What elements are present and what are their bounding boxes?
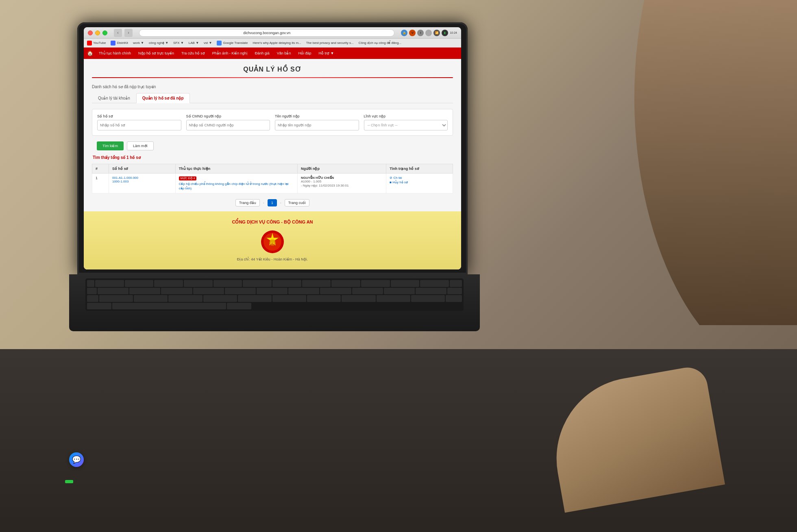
key[interactable] <box>125 280 154 287</box>
file-number: 001-A1-1.000.000 <box>112 176 172 180</box>
laptop-keyboard-base <box>69 274 480 331</box>
enter-key[interactable] <box>446 295 462 302</box>
reset-button[interactable]: Làm mới <box>127 141 154 150</box>
status-link-1[interactable]: ⊘ Ch tài <box>390 176 449 180</box>
first-page-button[interactable]: Trang đầu <box>235 199 260 206</box>
forward-button[interactable]: › <box>124 29 133 37</box>
ten-nguoi-nop-label: Tên người nộp <box>275 114 359 118</box>
bookmark-google-translate[interactable]: Google Translate <box>217 41 248 46</box>
back-button[interactable]: ‹ <box>114 29 122 37</box>
col-tinh-trang: Tình trạng hồ sơ <box>386 164 453 174</box>
key[interactable] <box>129 288 160 295</box>
nav-hoi-dap[interactable]: Hỏi đáp <box>295 50 314 57</box>
so-ho-so-input[interactable] <box>97 120 181 130</box>
key[interactable] <box>227 303 251 310</box>
minimize-button[interactable] <box>95 30 100 35</box>
close-button[interactable] <box>88 30 93 35</box>
key[interactable] <box>87 280 94 287</box>
key[interactable] <box>450 280 462 287</box>
tab-tai-khoan[interactable]: Quản lý tài khoản <box>92 93 136 103</box>
so-cmnd-input[interactable] <box>186 120 270 130</box>
linh-vuc-select[interactable]: -- Chọn lĩnh vực -- <box>364 120 448 130</box>
key[interactable] <box>87 303 111 310</box>
messenger-bubble[interactable]: 💬 <box>69 452 84 467</box>
laptop: ‹ › dichvucong.bocongan.gov.vn 🔒 V i 📶 ▮… <box>77 22 472 331</box>
bookmark-congnghe[interactable]: công nghệ ▼ <box>149 41 168 45</box>
bookmark-privacy[interactable]: The best privacy and security s... <box>306 41 354 45</box>
key[interactable] <box>98 288 128 295</box>
status-link-2[interactable]: ■ Hủy hồ sơ <box>390 180 449 184</box>
key[interactable] <box>99 295 133 302</box>
key[interactable] <box>384 288 415 295</box>
key[interactable] <box>161 288 192 295</box>
nav-danh-gia[interactable]: Đánh giá <box>252 50 273 57</box>
bookmark-sfx[interactable]: SFX ▼ <box>173 41 184 45</box>
key[interactable] <box>302 280 331 287</box>
ten-nguoi-nop-input[interactable] <box>275 120 359 130</box>
power-cable <box>65 480 73 483</box>
key[interactable] <box>320 288 351 295</box>
footer-address: Địa chỉ: 44 Yết Kiêu - Hoàn Kiếm - Hà Nộ… <box>92 257 453 261</box>
key[interactable] <box>184 280 213 287</box>
home-icon[interactable]: 🏠 <box>87 50 93 56</box>
key[interactable] <box>203 295 237 302</box>
bookmark-apple[interactable]: Here's why Apple delaying its m... <box>253 41 301 45</box>
key[interactable] <box>307 295 341 302</box>
bookmark-vst[interactable]: vst ▼ <box>204 41 212 45</box>
key[interactable] <box>193 288 224 295</box>
title-underline <box>92 77 453 78</box>
browser-window: ‹ › dichvucong.bocongan.gov.vn 🔒 V i 📶 ▮… <box>84 27 461 269</box>
key[interactable] <box>257 288 287 295</box>
key[interactable] <box>154 280 183 287</box>
last-page-button[interactable]: Trang cuối <box>285 199 309 206</box>
key[interactable] <box>377 295 410 302</box>
key[interactable] <box>352 288 383 295</box>
key[interactable] <box>331 280 360 287</box>
key[interactable] <box>95 280 124 287</box>
key[interactable] <box>447 288 462 295</box>
page-1-button[interactable]: 1 <box>268 199 277 206</box>
key[interactable] <box>168 295 202 302</box>
so-ho-so-label: Số hồ sơ <box>97 114 181 118</box>
nav-ho-tro[interactable]: Hỗ trợ ▼ <box>315 50 337 57</box>
col-so-ho-so: Số hồ sơ <box>109 164 175 174</box>
key[interactable] <box>411 295 445 302</box>
bookmark-lab[interactable]: LAB ▼ <box>189 41 199 45</box>
spacebar[interactable] <box>112 303 226 310</box>
key[interactable] <box>238 295 272 302</box>
bookmarks-bar: YouTube DistriKit work ▼ công nghệ ▼ SFX… <box>84 39 461 48</box>
key[interactable] <box>416 288 446 295</box>
key[interactable] <box>213 280 242 287</box>
key[interactable] <box>391 280 420 287</box>
key[interactable] <box>272 280 301 287</box>
key[interactable] <box>225 288 256 295</box>
tab-da-nop[interactable]: Quản lý hồ sơ đã nộp <box>136 93 190 103</box>
svg-text:CA: CA <box>271 242 274 245</box>
key[interactable] <box>420 280 449 287</box>
bookmark-work[interactable]: work ▼ <box>133 41 144 45</box>
result-suffix: hồ sơ <box>129 155 141 160</box>
key[interactable] <box>87 295 98 302</box>
ext-icon-2: i <box>417 30 424 36</box>
search-button[interactable]: Tìm kiếm <box>97 141 124 150</box>
keyboard-row-4 <box>87 303 462 310</box>
key[interactable] <box>272 295 306 302</box>
bookmark-distrikit[interactable]: DistriKit <box>111 41 128 46</box>
maximize-button[interactable] <box>102 30 107 35</box>
nav-tra-cuu[interactable]: Tra cứu hồ sơ <box>178 50 208 57</box>
nav-van-ban[interactable]: Văn bản <box>274 50 294 57</box>
key[interactable] <box>361 280 390 287</box>
key[interactable] <box>288 288 319 295</box>
nav-thu-tuc[interactable]: Thủ tục hành chính <box>96 50 134 57</box>
key[interactable] <box>134 295 168 302</box>
key[interactable] <box>243 280 272 287</box>
nav-phan-anh[interactable]: Phản ánh - Kiến nghị <box>209 50 251 57</box>
key[interactable] <box>342 295 375 302</box>
nav-nop-ho-so[interactable]: Nộp hồ sơ trực tuyến <box>135 50 177 57</box>
bookmark-congdv[interactable]: Công dịch vụ công để đăng... <box>359 41 401 45</box>
bookmark-youtube[interactable]: YouTube <box>87 41 106 46</box>
col-thu-tuc: Thủ tục thực hiện <box>175 164 297 174</box>
col-index: # <box>92 164 109 174</box>
address-bar[interactable]: dichvucong.bocongan.gov.vn <box>139 29 394 37</box>
key[interactable] <box>87 288 97 295</box>
